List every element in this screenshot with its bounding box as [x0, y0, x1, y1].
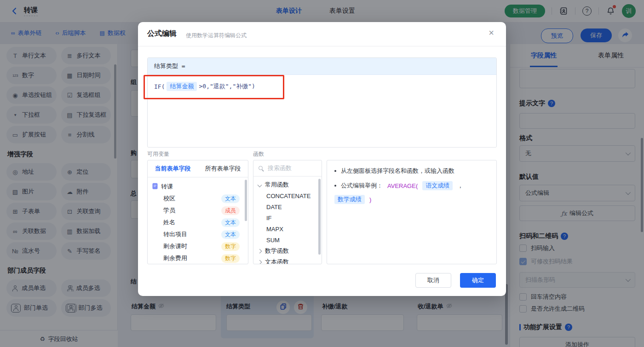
confirm-button[interactable]: 确定 — [460, 273, 496, 288]
function-name-example: AVERAGE( — [387, 182, 418, 189]
variable-item[interactable]: 姓名文本 — [152, 216, 243, 228]
variables-tree: 转课 校区文本 学员成员 姓名文本 转出项目文本 剩余课时数字 剩余费用数字 — [148, 177, 248, 264]
variable-item[interactable]: 剩余课时数字 — [152, 240, 243, 252]
formula-expression[interactable]: IF( 结算金额 >0,"退款","补缴") — [154, 82, 255, 91]
modal-title: 公式编辑 — [147, 29, 177, 39]
field-chip-example: 数学成绩 — [334, 195, 365, 204]
variable-item[interactable]: 剩余费用数字 — [152, 252, 243, 264]
variable-item[interactable]: 转出项目文本 — [152, 228, 243, 240]
search-icon — [258, 165, 264, 171]
formula-editor[interactable]: 结算类型 = IF( 结算金额 >0,"退款","补缴") — [147, 57, 497, 148]
functions-tree: 常用函数 CONCATENATE DATE IF MAPX SUM 数学函数 文… — [253, 176, 322, 264]
variable-item[interactable]: 校区文本 — [152, 193, 243, 205]
functions-label: 函数 — [253, 150, 264, 158]
type-badge: 成员 — [221, 206, 240, 215]
bullet — [334, 185, 336, 187]
variables-panel: 当前表单字段 所有表单字段 转课 校区文本 学员成员 姓名文本 转出项目文本 剩… — [147, 160, 248, 264]
variables-scrollbar[interactable] — [245, 180, 247, 221]
hint-line-1: 从左侧面板选择字段名和函数，或输入函数 — [334, 167, 489, 175]
modal-divider — [138, 46, 506, 46]
type-badge: 文本 — [221, 230, 240, 239]
form-node[interactable]: 转课 — [152, 181, 243, 193]
field-chip[interactable]: 结算金额 — [167, 82, 197, 91]
type-badge: 文本 — [221, 194, 240, 203]
hint-line-2: 公式编辑举例： AVERAGE( 语文成绩 ， 数学成绩 ) — [334, 181, 489, 204]
search-placeholder: 搜索函数 — [268, 164, 292, 172]
function-item[interactable]: CONCATENATE — [253, 190, 322, 201]
document-icon — [152, 183, 158, 191]
function-search-box[interactable]: 搜索函数 — [253, 160, 322, 176]
caret-right-icon — [258, 249, 262, 253]
hints-panel: 从左侧面板选择字段名和函数，或输入函数 公式编辑举例： AVERAGE( 语文成… — [327, 160, 497, 264]
function-item[interactable]: DATE — [253, 201, 322, 212]
function-item[interactable]: SUM — [253, 234, 322, 245]
formula-edit-modal: 公式编辑 使用数学运算符编辑公式 × 结算类型 = IF( 结算金额 >0,"退… — [138, 22, 506, 296]
function-group-text[interactable]: 文本函数 — [253, 256, 322, 264]
function-group-common[interactable]: 常用函数 — [253, 179, 322, 190]
close-icon[interactable]: × — [489, 28, 494, 37]
caret-right-icon — [258, 260, 262, 264]
caret-down-icon — [258, 182, 262, 187]
tab-all-form-fields[interactable]: 所有表单字段 — [198, 160, 248, 177]
formula-suffix: >0,"退款","补缴") — [199, 82, 255, 91]
type-badge: 文本 — [221, 218, 240, 227]
close-paren-example: ) — [369, 196, 371, 203]
variable-item[interactable]: 学员成员 — [152, 205, 243, 216]
cancel-button[interactable]: 取消 — [415, 273, 451, 288]
functions-panel: 搜索函数 常用函数 CONCATENATE DATE IF MAPX SUM 数… — [253, 160, 322, 264]
variables-label: 可用变量 — [147, 150, 169, 158]
app-root: 转课 表单设计 表单设置 数据管理 ? 训 ∞表单外链 ‹›后端脚本 ▤数据权 — [0, 0, 644, 347]
function-item[interactable]: IF — [253, 212, 322, 223]
function-group-math[interactable]: 数学函数 — [253, 245, 322, 256]
function-item[interactable]: MAPX — [253, 223, 322, 234]
bullet — [334, 170, 336, 172]
functions-scrollbar[interactable] — [318, 179, 321, 255]
field-chip-example: 语文成绩 — [422, 181, 453, 190]
formula-target: 结算类型 = — [148, 58, 496, 75]
type-badge: 数字 — [221, 254, 240, 263]
formula-prefix: IF( — [154, 83, 165, 90]
type-badge: 数字 — [221, 242, 240, 251]
tab-current-form-fields[interactable]: 当前表单字段 — [148, 160, 198, 177]
modal-subtitle: 使用数学运算符编辑公式 — [186, 32, 247, 40]
variables-tabs: 当前表单字段 所有表单字段 — [148, 160, 248, 177]
